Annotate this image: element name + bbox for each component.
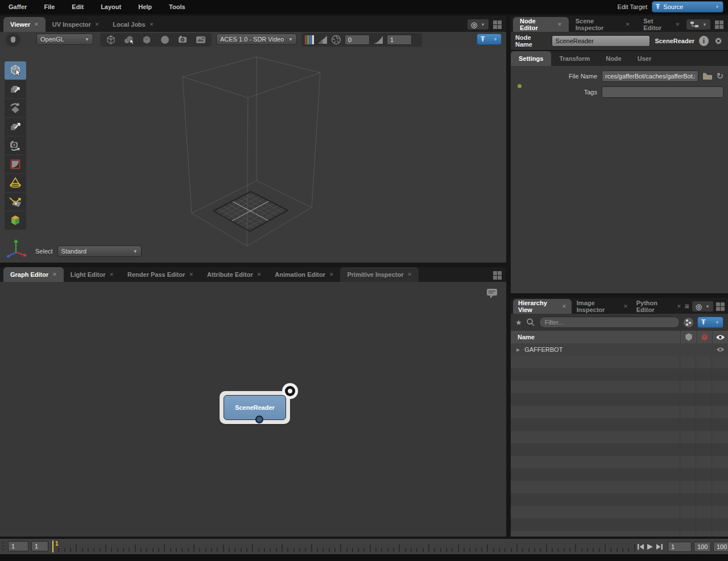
hamburger-icon[interactable]: ≡ <box>685 302 689 311</box>
viewport-3d[interactable]: Select Standard ▼ <box>0 48 506 263</box>
drag-handle[interactable] <box>2 542 4 550</box>
tab-python-editor[interactable]: Python Editor ✕ <box>633 299 685 314</box>
visibility-column-icon[interactable] <box>712 331 728 343</box>
tab-image-inspector[interactable]: Image Inspector ✕ <box>572 299 633 314</box>
node-set-menu[interactable]: ▼ <box>686 19 710 30</box>
folder-icon[interactable] <box>702 72 713 80</box>
subtab-settings[interactable]: Settings <box>511 51 551 66</box>
expand-icon[interactable]: ▶ <box>511 347 524 352</box>
collapse-all-icon[interactable] <box>684 318 693 327</box>
close-icon[interactable]: ✕ <box>95 22 100 27</box>
tab-attribute-editor[interactable]: Attribute Editor ✕ <box>200 267 268 282</box>
exposure-input[interactable] <box>345 35 370 45</box>
layout-menu-icon[interactable] <box>493 20 502 29</box>
close-icon[interactable]: ✕ <box>110 272 114 277</box>
rgb-channels-icon[interactable] <box>305 35 314 45</box>
skip-end-icon[interactable] <box>656 543 663 550</box>
editor-focus-menu[interactable]: ◎ ▼ <box>692 301 713 311</box>
render-image-icon[interactable] <box>192 34 209 46</box>
annotations-icon[interactable] <box>486 288 498 299</box>
tab-light-editor[interactable]: Light Editor ✕ <box>64 267 121 282</box>
menu-gaffer[interactable]: Gaffer <box>0 0 35 14</box>
node-output-plug[interactable] <box>255 415 263 423</box>
info-icon[interactable]: i <box>699 36 709 46</box>
tab-viewer[interactable]: Viewer ✕ <box>3 17 46 32</box>
display-transform-dropdown[interactable]: ACES 1.0 - SDR Video ▼ <box>216 34 297 45</box>
star-icon[interactable]: ★ <box>515 318 522 327</box>
filter-input[interactable] <box>539 317 680 328</box>
tab-hierarchy-view[interactable]: Hierarchy View ✕ <box>513 299 572 314</box>
node-name-input[interactable] <box>552 35 651 47</box>
hierarchy-focus-dropdown[interactable]: Ŧ ▼ <box>697 317 723 328</box>
close-icon[interactable]: ✕ <box>623 304 628 309</box>
menu-edit[interactable]: Edit <box>63 0 92 14</box>
graph-canvas[interactable]: SceneReader <box>0 282 506 537</box>
close-icon[interactable]: ✕ <box>329 272 334 277</box>
camera-tool-button[interactable] <box>5 136 26 155</box>
tab-node-editor[interactable]: Node Editor ✕ <box>513 17 569 32</box>
gear-icon[interactable] <box>713 35 723 47</box>
light-tool-button[interactable] <box>5 174 26 192</box>
shaded-objects-cursor-icon[interactable] <box>121 34 138 46</box>
close-icon[interactable]: ✕ <box>257 272 262 277</box>
edit-scene-tool-button[interactable] <box>5 211 26 230</box>
sphere-icon[interactable] <box>156 34 173 46</box>
gamma-input[interactable] <box>387 35 412 45</box>
play-icon[interactable] <box>647 543 653 550</box>
scene-reader-node[interactable]: SceneReader <box>220 391 290 424</box>
select-mode-dropdown[interactable]: Standard ▼ <box>57 246 142 257</box>
tab-animation-editor[interactable]: Animation Editor ✕ <box>268 267 340 282</box>
close-icon[interactable]: ✕ <box>34 22 39 27</box>
close-icon[interactable]: ✕ <box>52 272 57 277</box>
selection-tool-button[interactable] <box>5 61 26 80</box>
menu-help[interactable]: Help <box>130 0 160 14</box>
hierarchy-header[interactable]: Name <box>511 331 728 343</box>
light-position-tool-button[interactable] <box>5 193 26 211</box>
aperture-icon[interactable] <box>331 35 341 45</box>
scale-tool-button[interactable] <box>5 118 26 136</box>
subtab-node[interactable]: Node <box>598 51 630 66</box>
row-visibility-icon[interactable] <box>712 343 728 356</box>
edit-target-dropdown[interactable]: Ŧ Source ▼ <box>652 1 723 13</box>
tab-scene-inspector[interactable]: Scene Inspector ✕ <box>569 17 637 32</box>
skip-start-icon[interactable] <box>637 543 644 550</box>
wireframe-cube-icon[interactable] <box>102 34 119 46</box>
exclusions-column-icon[interactable] <box>696 331 712 343</box>
range-end-input[interactable] <box>694 542 711 552</box>
tab-uv-inspector[interactable]: UV Inspector ✕ <box>46 17 106 32</box>
subtab-transform[interactable]: Transform <box>551 51 598 66</box>
file-name-input[interactable] <box>602 70 698 82</box>
editor-focus-menu[interactable]: ◎ ▼ <box>468 19 489 30</box>
current-frame-left-input[interactable] <box>31 541 48 551</box>
close-icon[interactable]: ✕ <box>676 22 680 27</box>
hierarchy-rows[interactable]: ▶ GAFFERBOT <box>511 343 728 537</box>
solid-cube-icon[interactable] <box>138 34 155 46</box>
exposure-icon[interactable] <box>317 35 328 44</box>
crop-window-tool-button[interactable] <box>5 155 26 173</box>
playhead[interactable] <box>52 541 53 552</box>
tab-graph-editor[interactable]: Graph Editor ✕ <box>3 267 64 282</box>
table-row-gafferbot[interactable]: ▶ GAFFERBOT <box>511 343 728 356</box>
tab-render-pass-editor[interactable]: Render Pass Editor ✕ <box>121 267 200 282</box>
close-icon[interactable]: ✕ <box>150 22 154 27</box>
subtab-user[interactable]: User <box>630 51 659 66</box>
current-frame-input[interactable] <box>668 542 692 552</box>
inclusions-column-icon[interactable] <box>680 331 696 343</box>
translate-tool-button[interactable] <box>5 80 26 98</box>
pause-viewer-button[interactable] <box>6 33 20 47</box>
close-icon[interactable]: ✕ <box>562 304 566 309</box>
clamp-end-input[interactable] <box>713 542 728 552</box>
tab-set-editor[interactable]: Set Editor ✕ <box>636 17 686 32</box>
viewer-focus-dropdown[interactable]: Ŧ ▼ <box>477 34 502 45</box>
tab-local-jobs[interactable]: Local Jobs ✕ <box>106 17 160 32</box>
range-start-input[interactable] <box>8 541 28 551</box>
layout-menu-icon[interactable] <box>716 302 725 311</box>
gamma-icon[interactable] <box>373 35 383 44</box>
close-icon[interactable]: ✕ <box>557 22 562 27</box>
close-icon[interactable]: ✕ <box>677 304 681 309</box>
menu-file[interactable]: File <box>35 0 63 14</box>
tags-input[interactable] <box>602 86 723 98</box>
timeline-ruler[interactable]: 1 <box>49 539 635 554</box>
renderer-dropdown[interactable]: OpenGL ▼ <box>36 34 93 45</box>
menu-layout[interactable]: Layout <box>92 0 130 14</box>
